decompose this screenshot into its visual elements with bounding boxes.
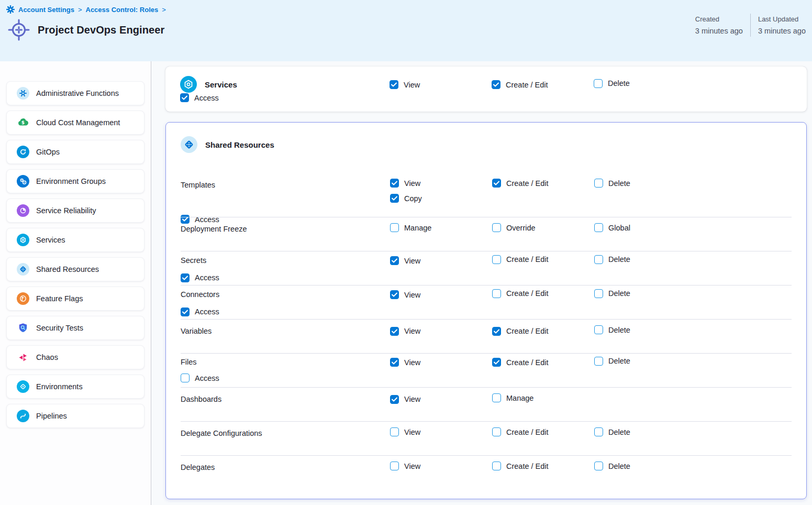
svg-text:$: $ [21,120,25,125]
permission-label: Create / Edit [506,289,549,298]
sidebar-item-chaos[interactable]: Chaos [6,345,144,369]
checked-checkbox-icon[interactable] [390,194,399,203]
sidebar-item-pipelines[interactable]: Pipelines [6,404,144,428]
permission-delete[interactable]: Delete [594,79,630,88]
sidebar-item-feature-flags[interactable]: Feature Flags [6,287,144,311]
unchecked-checkbox-icon[interactable] [594,427,603,436]
unchecked-checkbox-icon[interactable] [181,374,190,382]
permission-create-edit[interactable]: Create / Edit [492,179,549,188]
permission-view[interactable]: View [390,327,420,336]
permission-create-edit[interactable]: Create / Edit [492,427,549,436]
unchecked-checkbox-icon[interactable] [390,427,399,436]
permission-manage[interactable]: Manage [492,393,533,402]
permission-column: Delete [594,462,696,473]
checked-checkbox-icon[interactable] [492,327,501,336]
permission-column: Delete [594,289,696,300]
unchecked-checkbox-icon[interactable] [492,255,501,264]
permission-view[interactable]: View [390,290,420,299]
permission-create-edit[interactable]: Create / Edit [492,358,549,367]
permission-delete[interactable]: Delete [594,462,630,470]
permission-access[interactable]: Access [181,273,219,282]
permission-manage[interactable]: Manage [390,223,431,232]
permission-column: Access [181,307,390,316]
last-updated-block: Last Updated 3 minutes ago [758,14,806,37]
sidebar-item-environments[interactable]: Environments [6,375,144,399]
unchecked-checkbox-icon[interactable] [492,462,501,470]
permission-view[interactable]: View [390,256,420,265]
unchecked-checkbox-icon[interactable] [594,462,603,470]
checked-checkbox-icon[interactable] [390,290,399,299]
checked-checkbox-icon[interactable] [390,395,399,404]
permission-view[interactable]: View [390,80,420,89]
unchecked-checkbox-icon[interactable] [492,223,501,232]
breadcrumb-access-control-roles[interactable]: Access Control: Roles [86,6,159,14]
checked-checkbox-icon[interactable] [390,327,399,336]
permission-access[interactable]: Access [180,93,219,102]
permission-access[interactable]: Access [181,308,219,316]
checked-checkbox-icon[interactable] [180,93,189,102]
services-icon [17,234,29,246]
sidebar-item-security-tests[interactable]: Security Tests [6,316,144,340]
checked-checkbox-icon[interactable] [181,273,190,282]
unchecked-checkbox-icon[interactable] [492,393,501,402]
checked-checkbox-icon[interactable] [390,80,398,89]
permission-access[interactable]: Access [181,374,219,382]
unchecked-checkbox-icon[interactable] [594,223,603,232]
sidebar-item-shared-resources[interactable]: Shared Resources [6,257,144,281]
sidebar-item-cloud-cost-management[interactable]: $Cloud Cost Management [6,111,144,135]
resource-sidebar: Administrative Functions$Cloud Cost Mana… [0,61,151,505]
checked-checkbox-icon[interactable] [181,308,190,316]
checked-checkbox-icon[interactable] [492,80,500,89]
permission-global[interactable]: Global [594,223,630,232]
permission-view[interactable]: View [390,395,420,404]
unchecked-checkbox-icon[interactable] [492,289,501,298]
shared-resources-card-header: Shared Resources [166,123,806,167]
permission-label: Create / Edit [506,462,549,470]
permission-row-delegates: DelegatesViewCreate / EditDelete [166,456,806,490]
permission-delete[interactable]: Delete [594,255,630,264]
permission-delete[interactable]: Delete [594,289,630,298]
checked-checkbox-icon[interactable] [390,358,399,367]
unchecked-checkbox-icon[interactable] [594,255,603,264]
sidebar-item-administrative-functions[interactable]: Administrative Functions [6,81,144,105]
permission-column: View [390,394,492,404]
sidebar-item-services[interactable]: Services [6,228,144,252]
checked-checkbox-icon[interactable] [390,256,399,265]
checked-checkbox-icon[interactable] [390,179,399,188]
sidebar-item-gitops[interactable]: GitOps [6,140,144,164]
permission-delete[interactable]: Delete [594,427,630,436]
unchecked-checkbox-icon[interactable] [594,289,603,298]
permission-override[interactable]: Override [492,223,536,232]
last-updated-label: Last Updated [758,14,806,25]
permission-create-edit[interactable]: Create / Edit [492,255,549,264]
created-block: Created 3 minutes ago [695,14,743,37]
unchecked-checkbox-icon[interactable] [594,179,603,188]
unchecked-checkbox-icon[interactable] [594,79,603,88]
permission-view[interactable]: View [390,358,420,367]
permission-delete[interactable]: Delete [594,179,630,188]
permission-copy[interactable]: Copy [390,194,422,203]
sidebar-item-service-reliability[interactable]: Service Reliability [6,199,144,223]
permission-create-edit[interactable]: Create / Edit [492,327,549,336]
unchecked-checkbox-icon[interactable] [594,325,603,334]
breadcrumb-account-settings[interactable]: Account Settings [18,6,74,14]
permission-delete[interactable]: Delete [594,325,630,334]
checked-checkbox-icon[interactable] [492,179,501,188]
permission-view[interactable]: View [390,462,420,470]
permission-view[interactable]: View [390,427,420,436]
permission-create-edit[interactable]: Create / Edit [492,289,549,298]
permission-create-edit[interactable]: Create / Edit [492,80,548,89]
created-label: Created [695,14,743,25]
checked-checkbox-icon[interactable] [492,358,501,367]
breadcrumb-separator: > [162,6,166,14]
permission-column: Access [181,374,390,385]
unchecked-checkbox-icon[interactable] [390,223,399,232]
unchecked-checkbox-icon[interactable] [390,462,399,470]
unchecked-checkbox-icon[interactable] [492,427,501,436]
permission-view[interactable]: View [390,179,420,188]
sidebar-item-environment-groups[interactable]: Environment Groups [6,169,144,193]
permission-create-edit[interactable]: Create / Edit [492,462,549,470]
permission-delete[interactable]: Delete [594,357,630,366]
sidebar-item-label: Environments [36,382,83,391]
unchecked-checkbox-icon[interactable] [594,357,603,366]
